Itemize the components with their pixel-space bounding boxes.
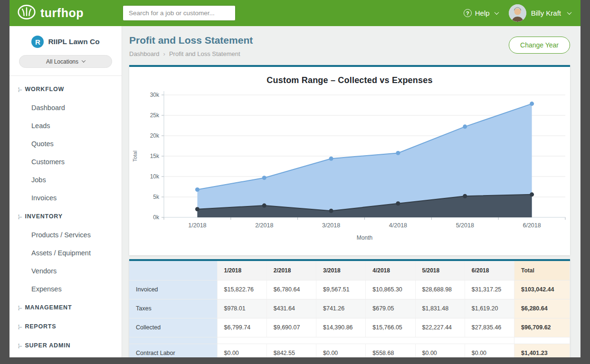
nav-section-workflow[interactable]: WORKFLOW <box>10 80 122 99</box>
table-header-cell: 6/2018 <box>465 261 514 280</box>
table-cell: $558.68 <box>366 344 415 357</box>
sidebar-item-leads[interactable]: Leads <box>10 117 122 135</box>
page-title: Profit and Loss Statement <box>129 35 253 46</box>
table-cell: $15,822.76 <box>217 280 266 299</box>
topbar-right: Help Billy Kraft <box>464 4 571 22</box>
table-row: Taxes$978.01$431.64$741.26$679.05$1,831.… <box>129 299 570 318</box>
row-total: $1,401.23 <box>514 344 570 357</box>
spacer-cell <box>129 337 217 344</box>
svg-text:4/2018: 4/2018 <box>389 222 407 229</box>
nav-section-label: INVENTORY <box>25 213 62 220</box>
chart-svg: 0k5k10k15k20k25k30k1/20182/20183/20184/2… <box>129 87 570 253</box>
sidebar-item-invoices[interactable]: Invoices <box>10 189 122 207</box>
svg-text:0k: 0k <box>153 214 160 221</box>
avatar <box>509 4 526 22</box>
help-label: Help <box>475 9 490 17</box>
sidebar-item-customers[interactable]: Customers <box>10 153 122 171</box>
company-name: RIIPL Lawn Co <box>48 37 99 46</box>
table-cell: $0.00 <box>316 344 366 357</box>
nav-section-management[interactable]: MANAGEMENT <box>10 298 122 317</box>
tree-icon <box>18 305 21 310</box>
sidebar: R RIIPL Lawn Co All Locations WORKFLOWDa… <box>10 26 122 357</box>
chevron-down-icon <box>494 10 499 15</box>
svg-text:30k: 30k <box>150 92 160 98</box>
svg-text:Month: Month <box>357 234 372 241</box>
table-cell: $431.64 <box>266 299 316 318</box>
spacer-cell <box>217 337 514 344</box>
table-cell: $6,780.64 <box>266 280 316 299</box>
chart: 0k5k10k15k20k25k30k1/20182/20183/20184/2… <box>129 87 570 255</box>
table-cell: $22,227.44 <box>415 318 465 337</box>
table-header-cell: 5/2018 <box>415 261 465 280</box>
table-row: Invoiced$15,822.76$6,780.64$9,567.51$10,… <box>129 280 570 299</box>
table-header-cell: Total <box>514 261 570 280</box>
row-label: Contract Labor <box>129 344 217 357</box>
row-label: Invoiced <box>129 280 217 299</box>
user-menu[interactable]: Billy Kraft <box>509 4 571 22</box>
table-spacer-row <box>129 337 570 344</box>
chart-card: Custom Range – Collected vs Expenses 0k5… <box>129 65 570 255</box>
pnl-table: 1/20182/20183/20184/20185/20186/2018Tota… <box>129 261 570 357</box>
table-cell: $6,799.74 <box>217 318 266 337</box>
table-cell: $679.05 <box>366 299 415 318</box>
row-total: $96,709.62 <box>514 318 570 337</box>
nav-section-label: WORKFLOW <box>25 86 64 93</box>
table-cell: $14,390.86 <box>316 318 366 337</box>
svg-text:15k: 15k <box>150 153 160 159</box>
row-label: Taxes <box>129 299 217 318</box>
sidebar-item-products-services[interactable]: Products / Services <box>10 226 122 244</box>
table-cell: $741.26 <box>316 299 366 318</box>
chart-title: Custom Range – Collected vs Expenses <box>129 75 570 85</box>
search-input[interactable] <box>123 5 236 21</box>
table-cell: $0.00 <box>415 344 465 357</box>
help-menu[interactable]: Help <box>464 9 498 17</box>
company-logo-icon: R <box>31 36 44 48</box>
nav-section-label: SUPER ADMIN <box>25 342 70 349</box>
pnl-table-card: 1/20182/20183/20184/20185/20186/2018Tota… <box>129 259 570 357</box>
tree-icon <box>18 343 21 348</box>
user-name: Billy Kraft <box>531 9 561 17</box>
sidebar-item-quotes[interactable]: Quotes <box>10 135 122 153</box>
brand-name: turfhop <box>40 6 84 20</box>
locations-label: All Locations <box>46 58 78 65</box>
spacer-cell <box>514 337 570 344</box>
sidebar-item-assets-equipment[interactable]: Assets / Equipment <box>10 244 122 262</box>
row-total: $6,280.64 <box>514 299 570 318</box>
row-label: Collected <box>129 318 217 337</box>
table-body: Invoiced$15,822.76$6,780.64$9,567.51$10,… <box>129 280 570 357</box>
tree-icon <box>18 324 21 329</box>
table-cell: $978.01 <box>217 299 266 318</box>
table-cell: $9,567.51 <box>316 280 366 299</box>
table-cell: $15,766.05 <box>366 318 415 337</box>
breadcrumb-link-dashboard[interactable]: Dashboard <box>129 50 160 57</box>
sidebar-item-jobs[interactable]: Jobs <box>10 171 122 189</box>
sidebar-item-expenses[interactable]: Expenses <box>10 280 122 298</box>
nav-section-super-admin[interactable]: SUPER ADMIN <box>10 336 122 355</box>
sidebar-item-dashboard[interactable]: Dashboard <box>10 99 122 117</box>
nav-section-label: MANAGEMENT <box>25 304 72 311</box>
table-header-cell: 3/2018 <box>316 261 366 280</box>
svg-text:25k: 25k <box>150 112 160 119</box>
locations-dropdown[interactable]: All Locations <box>19 55 112 68</box>
row-total: $103,042.44 <box>514 280 570 299</box>
tree-icon <box>18 86 21 92</box>
change-year-button[interactable]: Change Year <box>509 37 570 54</box>
help-icon <box>464 9 472 17</box>
nav-section-reports[interactable]: REPORTS <box>10 317 122 336</box>
table-header-cell: 2/2018 <box>266 261 316 280</box>
table-cell: $0.00 <box>465 344 514 357</box>
table-header-cell: 4/2018 <box>366 261 415 280</box>
turfhop-leaf-icon <box>17 4 36 22</box>
table-cell: $28,688.98 <box>415 280 465 299</box>
breadcrumb-separator: › <box>163 50 165 57</box>
chevron-down-icon <box>567 10 572 15</box>
company-header: R RIIPL Lawn Co <box>10 26 122 48</box>
svg-text:3/2018: 3/2018 <box>322 222 340 229</box>
table-head: 1/20182/20183/20184/20185/20186/2018Tota… <box>129 261 570 280</box>
brand-logo[interactable]: turfhop <box>17 4 123 22</box>
sidebar-item-vendors[interactable]: Vendors <box>10 262 122 280</box>
table-header-cell <box>129 261 217 280</box>
topbar: turfhop Help <box>10 0 580 26</box>
table-cell: $27,835.46 <box>465 318 514 337</box>
nav-section-inventory[interactable]: INVENTORY <box>10 207 122 226</box>
